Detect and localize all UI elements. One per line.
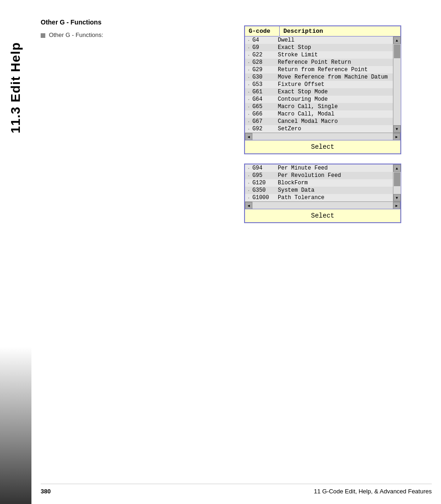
row-gcode: G29 — [252, 67, 278, 73]
row-desc: Return from Reference Point — [278, 67, 393, 73]
row-desc: Macro Call, Modal — [278, 111, 393, 117]
table1-body: · G4 Dwell · G9 Exact Stop · G22 Stroke … — [245, 36, 393, 133]
table1-scrollbar[interactable]: ▲ ▼ — [393, 36, 400, 133]
row-gcode: G61 — [252, 89, 278, 95]
row-gcode: G94 — [252, 165, 278, 171]
table-row[interactable]: · G61 Exact Stop Mode — [245, 88, 393, 96]
table1-header-desc: Description — [280, 26, 400, 36]
table1-scroll-area: · G4 Dwell · G9 Exact Stop · G22 Stroke … — [245, 36, 400, 133]
table-row[interactable]: · G94 Per Minute Feed — [245, 164, 393, 172]
row-desc: Fixture Offset — [278, 81, 393, 88]
row-bullet: · — [245, 97, 252, 102]
row-bullet: · — [245, 165, 252, 171]
main-content: Other G - Functions Other G - Functions:… — [31, 0, 441, 504]
scrollbar-thumb[interactable] — [394, 44, 400, 58]
row-gcode: G28 — [252, 59, 278, 66]
table1-select-button[interactable]: Select — [245, 140, 400, 153]
breadcrumb: Other G - Functions: — [41, 31, 103, 38]
tables-container: G-code Description · G4 Dwell · G9 Exact… — [244, 25, 401, 232]
table2-scrollbar-track — [393, 172, 401, 194]
row-gcode: G22 — [252, 52, 278, 58]
table2-h-scroll-left-btn[interactable]: ◄ — [245, 202, 252, 209]
row-desc: Cancel Modal Macro — [278, 118, 393, 125]
table2: · G94 Per Minute Feed · G95 Per Revoluti… — [244, 164, 401, 223]
table-row[interactable]: · G64 Contouring Mode — [245, 96, 393, 103]
table-row[interactable]: · G22 Stroke Limit — [245, 51, 393, 59]
row-desc: Path Tolerance — [278, 194, 393, 201]
row-gcode: G350 — [252, 187, 278, 194]
row-bullet: · — [245, 180, 252, 186]
table2-select-button[interactable]: Select — [245, 209, 400, 222]
row-desc: Exact Stop Mode — [278, 89, 393, 95]
row-desc: Per Minute Feed — [278, 165, 393, 171]
row-bullet: · — [245, 52, 252, 58]
table1-header: G-code Description — [245, 26, 400, 36]
scrollbar-up-btn[interactable]: ▲ — [393, 36, 401, 44]
row-gcode: G66 — [252, 111, 278, 117]
h-scroll-track — [252, 133, 393, 140]
footer-section-label: 11 G-Code Edit, Help, & Advanced Feature… — [314, 488, 432, 495]
row-gcode: G30 — [252, 74, 278, 80]
row-desc: Reference Point Return — [278, 59, 393, 66]
table-row[interactable]: · G92 SetZero — [245, 125, 393, 133]
row-desc: Macro Call, Single — [278, 103, 393, 110]
table2-scrollbar-down-btn[interactable]: ▼ — [393, 194, 401, 201]
table2-scrollbar[interactable]: ▲ ▼ — [393, 164, 400, 201]
row-bullet: · — [245, 119, 252, 124]
table-row[interactable]: · G4 Dwell — [245, 36, 393, 44]
table-row[interactable]: · G29 Return from Reference Point — [245, 66, 393, 73]
row-bullet: · — [245, 67, 252, 73]
table-row[interactable]: · G28 Reference Point Return — [245, 59, 393, 66]
row-bullet: · — [245, 173, 252, 178]
table-row[interactable]: · G9 Exact Stop — [245, 44, 393, 51]
row-bullet: · — [245, 60, 252, 65]
table2-scrollbar-up-btn[interactable]: ▲ — [393, 164, 401, 172]
row-desc: Contouring Mode — [278, 96, 393, 103]
table-row[interactable]: · G1000 Path Tolerance — [245, 194, 393, 201]
sidebar-bottom — [0, 347, 31, 504]
footer-page-number: 380 — [41, 488, 51, 495]
scrollbar-track — [393, 44, 401, 125]
table-row[interactable]: · G65 Macro Call, Single — [245, 103, 393, 110]
table-row[interactable]: · G67 Cancel Modal Macro — [245, 118, 393, 125]
table2-h-scroll-track — [252, 202, 393, 209]
table-row[interactable]: · G120 BlockForm — [245, 179, 393, 187]
row-desc: Stroke Limit — [278, 52, 393, 58]
row-bullet: · — [245, 104, 252, 109]
table1-content: · G4 Dwell · G9 Exact Stop · G22 Stroke … — [245, 36, 393, 133]
table-row[interactable]: · G30 Move Reference from Machine Datum — [245, 73, 393, 81]
row-bullet: · — [245, 45, 252, 50]
table2-scroll-area: · G94 Per Minute Feed · G95 Per Revoluti… — [245, 164, 400, 201]
chapter-label-text: 11.3 Edit Help — [8, 42, 23, 134]
row-bullet: · — [245, 126, 252, 132]
row-bullet: · — [245, 195, 252, 200]
row-gcode: G9 — [252, 44, 278, 51]
row-bullet: · — [245, 89, 252, 95]
table-row[interactable]: · G95 Per Revolution Feed — [245, 172, 393, 179]
page-title: Other G - Functions — [41, 18, 101, 26]
table2-h-scroll-right-btn[interactable]: ► — [393, 202, 400, 209]
table-row[interactable]: · G53 Fixture Offset — [245, 81, 393, 88]
table2-body: · G94 Per Minute Feed · G95 Per Revoluti… — [245, 164, 393, 201]
table2-scrollbar-thumb[interactable] — [394, 172, 400, 186]
row-desc: SetZero — [278, 126, 393, 132]
table-row[interactable]: · G66 Macro Call, Modal — [245, 110, 393, 118]
footer: 380 11 G-Code Edit, Help, & Advanced Fea… — [41, 484, 432, 495]
table1: G-code Description · G4 Dwell · G9 Exact… — [244, 25, 401, 154]
row-desc: Move Reference from Machine Datum — [278, 74, 393, 80]
table-row[interactable]: · G350 System Data — [245, 187, 393, 194]
row-desc: Exact Stop — [278, 44, 393, 51]
row-desc: System Data — [278, 187, 393, 194]
row-gcode: G95 — [252, 172, 278, 179]
breadcrumb-text: Other G - Functions: — [49, 31, 104, 38]
row-gcode: G53 — [252, 81, 278, 88]
h-scroll-right-btn[interactable]: ► — [393, 133, 400, 140]
row-bullet: · — [245, 111, 252, 117]
h-scroll-left-btn[interactable]: ◄ — [245, 133, 252, 140]
table1-h-scroll: ◄ ► — [245, 133, 400, 140]
row-gcode: G120 — [252, 180, 278, 186]
breadcrumb-icon — [41, 33, 45, 38]
row-bullet: · — [245, 74, 252, 80]
row-gcode: G67 — [252, 118, 278, 125]
scrollbar-down-btn[interactable]: ▼ — [393, 125, 401, 133]
